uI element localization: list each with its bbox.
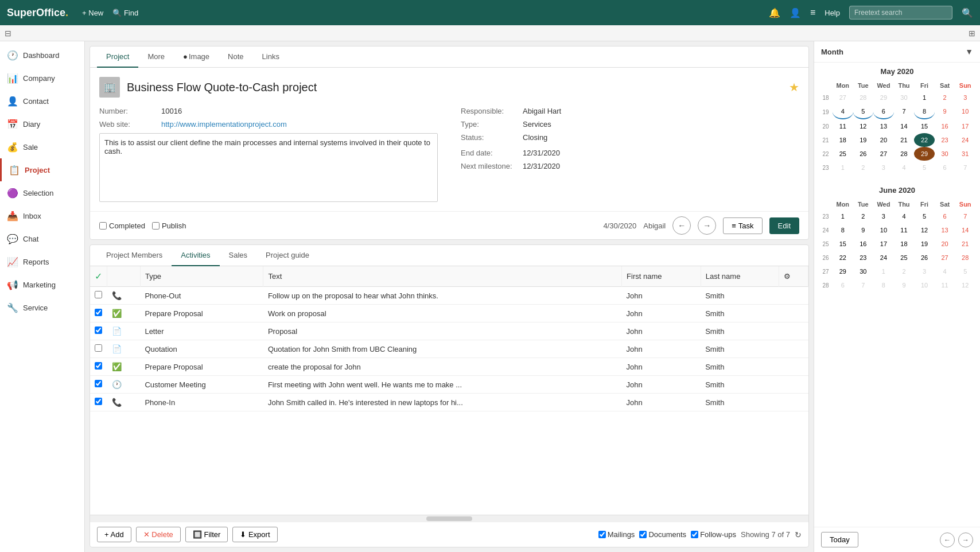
cal-day[interactable]: 27 xyxy=(873,147,894,161)
cal-day[interactable]: 4 xyxy=(894,161,915,174)
help-button[interactable]: Help xyxy=(825,9,840,17)
cal-day[interactable]: 19 xyxy=(914,237,935,251)
find-button[interactable]: 🔍 Find xyxy=(112,9,138,17)
tab-sales[interactable]: Sales xyxy=(220,245,257,266)
sidebar-item-chat[interactable]: 💬 Chat xyxy=(0,227,84,250)
cal-day[interactable]: 4 xyxy=(894,209,915,223)
tab-links[interactable]: Links xyxy=(253,46,289,68)
cal-day[interactable]: 23 xyxy=(935,133,955,147)
row-checkbox-cell[interactable] xyxy=(90,376,107,394)
cal-day[interactable]: 14 xyxy=(894,119,915,133)
col-settings[interactable]: ⚙ xyxy=(779,266,808,287)
cal-day[interactable]: 20 xyxy=(873,133,894,147)
cal-day[interactable]: 29 xyxy=(873,91,894,104)
cal-day[interactable]: 16 xyxy=(853,237,874,251)
cal-day[interactable]: 10 xyxy=(955,104,975,119)
forward-icon[interactable]: ⊞ xyxy=(969,29,975,38)
cal-day[interactable]: 30 xyxy=(853,265,874,278)
row-checkbox[interactable] xyxy=(95,362,102,370)
cal-day[interactable]: 28 xyxy=(894,147,915,161)
cal-day[interactable]: 13 xyxy=(873,119,894,133)
cal-day[interactable]: 15 xyxy=(914,119,935,133)
cal-day[interactable]: 26 xyxy=(914,251,935,265)
row-checkbox[interactable] xyxy=(95,309,102,316)
cal-day[interactable]: 10 xyxy=(873,223,894,237)
followups-checkbox[interactable] xyxy=(691,531,698,538)
refresh-icon[interactable]: ↻ xyxy=(795,530,802,539)
cal-day[interactable]: 30 xyxy=(894,91,915,104)
cal-day[interactable]: 31 xyxy=(955,147,975,161)
row-checkbox[interactable] xyxy=(95,344,102,352)
row-checkbox-cell[interactable] xyxy=(90,394,107,411)
cal-day-today[interactable]: 22 xyxy=(914,133,935,147)
star-icon[interactable]: ★ xyxy=(789,80,799,94)
cal-day[interactable]: 14 xyxy=(955,223,975,237)
row-checkbox-cell[interactable] xyxy=(90,287,107,305)
cal-day[interactable]: 23 xyxy=(853,251,874,265)
cal-day[interactable]: 4 xyxy=(935,265,955,278)
filter-button[interactable]: 🔲 Filter xyxy=(185,527,228,542)
cal-day[interactable]: 4 xyxy=(833,104,853,119)
documents-filter[interactable]: Documents xyxy=(639,530,686,539)
completed-checkbox-label[interactable]: Completed xyxy=(99,221,145,230)
cal-day[interactable]: 6 xyxy=(873,104,894,119)
task-button[interactable]: ≡ Task xyxy=(723,217,762,234)
sidebar-item-marketing[interactable]: 📢 Marketing xyxy=(0,273,84,296)
cal-day[interactable]: 28 xyxy=(955,251,975,265)
sidebar-item-sale[interactable]: 💰 Sale xyxy=(0,135,84,158)
row-checkbox[interactable] xyxy=(95,326,102,334)
row-checkbox-cell[interactable] xyxy=(90,340,107,358)
cal-day[interactable]: 18 xyxy=(833,133,853,147)
cal-day[interactable]: 7 xyxy=(894,104,915,119)
cal-day[interactable]: 5 xyxy=(955,265,975,278)
month-dropdown-icon[interactable]: ▼ xyxy=(965,47,973,56)
cal-day[interactable]: 27 xyxy=(935,251,955,265)
cal-day[interactable]: 2 xyxy=(894,265,915,278)
cal-day[interactable]: 29 xyxy=(833,265,853,278)
completed-checkbox[interactable] xyxy=(99,222,107,230)
cal-day[interactable]: 30 xyxy=(935,147,955,161)
sidebar-item-inbox[interactable]: 📥 Inbox xyxy=(0,204,84,227)
cal-day[interactable]: 3 xyxy=(873,161,894,174)
tab-image[interactable]: ●Image xyxy=(174,46,219,68)
cal-day[interactable]: 5 xyxy=(914,161,935,174)
cal-day[interactable]: 12 xyxy=(955,278,975,292)
cal-day[interactable]: 2 xyxy=(935,91,955,104)
cal-day[interactable]: 3 xyxy=(914,265,935,278)
row-checkbox-cell[interactable] xyxy=(90,322,107,340)
sidebar-item-service[interactable]: 🔧 Service xyxy=(0,296,84,319)
tab-more[interactable]: More xyxy=(138,46,174,68)
new-button[interactable]: + New xyxy=(82,9,103,17)
cal-day[interactable]: 26 xyxy=(853,147,874,161)
avatar-icon[interactable]: 👤 xyxy=(790,7,801,18)
cal-day[interactable]: 8 xyxy=(833,223,853,237)
cal-day[interactable]: 17 xyxy=(873,237,894,251)
cal-day[interactable]: 16 xyxy=(935,119,955,133)
row-checkbox[interactable] xyxy=(95,380,102,387)
cal-day[interactable]: 11 xyxy=(935,278,955,292)
prev-arrow[interactable]: ← xyxy=(672,216,691,235)
cal-day[interactable]: 11 xyxy=(894,223,915,237)
cal-day[interactable]: 3 xyxy=(873,209,894,223)
cal-day[interactable]: 10 xyxy=(914,278,935,292)
cal-day[interactable]: 18 xyxy=(894,237,915,251)
cal-day[interactable]: 17 xyxy=(955,119,975,133)
cal-day[interactable]: 24 xyxy=(873,251,894,265)
export-button[interactable]: ⬇ Export xyxy=(232,527,277,542)
cal-day[interactable]: 25 xyxy=(894,251,915,265)
mailings-checkbox[interactable] xyxy=(598,531,606,538)
cal-day[interactable]: 9 xyxy=(853,223,874,237)
row-checkbox[interactable] xyxy=(95,398,102,405)
cal-day[interactable]: 7 xyxy=(853,278,874,292)
sidebar-item-company[interactable]: 📊 Company xyxy=(0,67,84,90)
cal-day[interactable]: 7 xyxy=(955,209,975,223)
publish-checkbox-label[interactable]: Publish xyxy=(152,221,186,230)
today-button[interactable]: Today xyxy=(821,532,858,547)
cal-day[interactable]: 21 xyxy=(955,237,975,251)
cal-day[interactable]: 20 xyxy=(935,237,955,251)
sidebar-item-selection[interactable]: 🟣 Selection xyxy=(0,181,84,204)
next-arrow[interactable]: → xyxy=(698,216,716,235)
cal-day[interactable]: 8 xyxy=(873,278,894,292)
sidebar-item-contact[interactable]: 👤 Contact xyxy=(0,90,84,112)
cal-day[interactable]: 7 xyxy=(955,161,975,174)
